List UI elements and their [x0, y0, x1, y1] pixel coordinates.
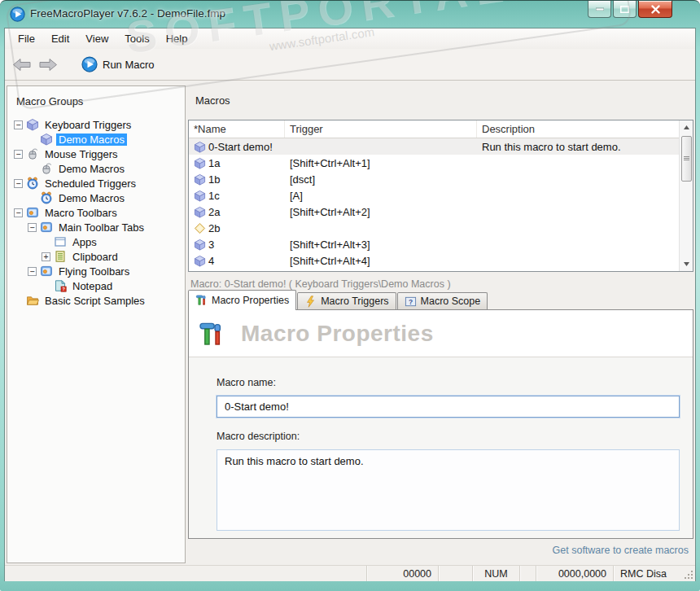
tree-item-label: Flying Toolbars: [56, 265, 132, 278]
status-cell-5: 0000,0000: [536, 566, 613, 581]
tree-item-mouse-triggers[interactable]: −Mouse Triggers: [9, 147, 185, 161]
macro-row-name: 1a: [208, 157, 220, 169]
tab-macro-triggers[interactable]: Macro Triggers: [297, 292, 396, 309]
menu-item-file[interactable]: File: [10, 29, 43, 48]
macro-row-2b[interactable]: 2b: [189, 220, 693, 236]
macro-row-2a[interactable]: 2a[Shift+Ctrl+Alt+2]: [189, 204, 693, 220]
macro-row-name: 3: [208, 239, 214, 251]
status-cell-1: 00000: [366, 566, 438, 581]
macro-groups-title: Macro Groups: [7, 86, 185, 116]
minus-expander-icon[interactable]: −: [14, 208, 23, 217]
get-software-link[interactable]: Get software to create macros: [553, 545, 689, 556]
macro-row-description: Run this macro to start demo.: [477, 141, 693, 153]
forward-button[interactable]: [37, 56, 59, 72]
macro-row-name: 0-Start demo!: [208, 141, 273, 153]
scroll-down-icon[interactable]: [680, 257, 693, 271]
clipboard-icon: [54, 250, 67, 263]
minus-expander-icon[interactable]: −: [14, 120, 23, 129]
minimize-button[interactable]: [588, 1, 611, 18]
tab-label: Macro Properties: [212, 295, 289, 306]
run-play-icon: [81, 56, 98, 72]
menu-item-tools[interactable]: Tools: [116, 29, 157, 48]
tree-item-clipboard[interactable]: +Clipboard: [9, 249, 185, 264]
tab-label: Macro Triggers: [321, 296, 388, 307]
window-icon: [40, 221, 53, 234]
tree-item-main-toolbar-tabs[interactable]: −Main Toolbar Tabs: [9, 220, 185, 234]
tree-item-basic-script-samples[interactable]: Basic Script Samples: [9, 293, 185, 308]
macro-row-trigger: [A]: [285, 190, 477, 202]
cube-blue-icon: [194, 141, 206, 153]
tree-item-scheduled-triggers[interactable]: −Scheduled Triggers: [9, 176, 185, 190]
macro-row-4[interactable]: 4[Shift+Ctrl+Alt+4]: [189, 252, 693, 269]
cube-blue-icon: [194, 206, 206, 218]
run-macro-button[interactable]: Run Macro: [77, 54, 160, 75]
column-header-name[interactable]: *Name: [189, 120, 285, 138]
macro-row-1b[interactable]: 1b[dsct]: [189, 171, 693, 187]
close-button[interactable]: [638, 1, 672, 18]
macro-row-1a[interactable]: 1a[Shift+Ctrl+Alt+1]: [189, 155, 693, 171]
window-icon: [40, 265, 53, 278]
menu-item-help[interactable]: Help: [158, 29, 196, 48]
macros-table-header: *NameTriggerDescription: [189, 120, 693, 138]
tree-item-label: Demo Macros: [56, 192, 127, 204]
cube-blue-icon: [194, 190, 206, 202]
tree-item-apps[interactable]: Apps: [9, 234, 185, 249]
minus-expander-icon[interactable]: −: [14, 150, 23, 159]
mouse-icon: [40, 162, 53, 175]
tree-item-label: Demo Macros: [56, 163, 127, 175]
tree-item-label: Mouse Triggers: [42, 148, 120, 160]
scroll-up-icon[interactable]: [680, 120, 693, 134]
notepad-icon: ?: [54, 279, 67, 292]
macro-name-label: Macro name:: [217, 377, 680, 388]
macro-row-name: 1c: [208, 190, 220, 202]
tab-macro-scope[interactable]: ?Macro Scope: [397, 292, 488, 309]
macro-groups-panel: Macro Groups −Keyboard TriggersDemo Macr…: [7, 85, 186, 563]
back-button[interactable]: [11, 56, 33, 72]
tree-item-flying-toolbars[interactable]: −Flying Toolbars: [9, 264, 185, 278]
plus-expander-icon[interactable]: +: [42, 252, 50, 261]
tree-item-demo-macros[interactable]: Demo Macros: [9, 190, 185, 205]
macro-row-1c[interactable]: 1c[A]: [189, 187, 693, 204]
tab-macro-properties[interactable]: Macro Properties: [188, 290, 296, 309]
alarm-clock-icon: [40, 191, 53, 204]
status-cell-3: NUM: [472, 566, 519, 581]
window-title: FreeMacroPlayer v7.6.2 - DemoFile.fmp: [30, 7, 225, 20]
window-icon: [26, 206, 39, 219]
macro-row-name: 2b: [208, 222, 220, 234]
minus-expander-icon[interactable]: −: [28, 267, 37, 276]
tree-item-macro-toolbars[interactable]: −Macro Toolbars: [9, 205, 185, 220]
tree-item-demo-macros[interactable]: Demo Macros: [9, 161, 185, 176]
resize-grip-icon[interactable]: [681, 566, 695, 581]
column-header-description[interactable]: Description: [477, 120, 693, 138]
vertical-scrollbar[interactable]: [679, 120, 693, 271]
cube-blue-icon: [194, 239, 206, 251]
properties-heading-band: Macro Properties: [189, 310, 693, 357]
tree-item-demo-macros[interactable]: Demo Macros: [9, 132, 185, 147]
menu-bar: FileEditViewToolsHelp: [5, 28, 695, 49]
title-bar[interactable]: FreeMacroPlayer v7.6.2 - DemoFile.fmp: [0, 1, 700, 28]
toolbar: Run Macro: [5, 49, 695, 81]
menu-item-edit[interactable]: Edit: [43, 29, 77, 48]
scrollbar-thumb[interactable]: [681, 136, 692, 182]
macros-table-body: 0-Start demo!Run this macro to start dem…: [189, 138, 693, 269]
question-icon: ?: [405, 296, 417, 308]
macro-name-input[interactable]: [217, 396, 680, 418]
tree-item-keyboard-triggers[interactable]: −Keyboard Triggers: [9, 117, 185, 132]
status-bar: 00000NUM0000,0000RMC Disa: [5, 565, 695, 581]
macro-row-0-start-demo[interactable]: 0-Start demo!Run this macro to start dem…: [189, 138, 693, 155]
macro-row-3[interactable]: 3[Shift+Ctrl+Alt+3]: [189, 236, 693, 252]
tab-label: Macro Scope: [421, 296, 481, 307]
lightning-icon: [304, 296, 317, 308]
minus-expander-icon[interactable]: −: [28, 223, 37, 232]
macro-description-input[interactable]: Run this macro to start demo.: [217, 449, 680, 531]
minus-expander-icon[interactable]: −: [14, 179, 23, 188]
status-cell-2: [438, 566, 472, 581]
tools-icon: [199, 320, 225, 348]
properties-tabs: Macro PropertiesMacro Triggers?Macro Sco…: [188, 291, 488, 309]
menu-item-view[interactable]: View: [77, 29, 116, 48]
maximize-button[interactable]: [613, 1, 637, 18]
folder-icon: [26, 294, 39, 307]
tree-item-notepad[interactable]: ?Notepad: [9, 278, 185, 293]
forward-arrow-icon: [38, 58, 58, 72]
column-header-trigger[interactable]: Trigger: [285, 120, 477, 138]
